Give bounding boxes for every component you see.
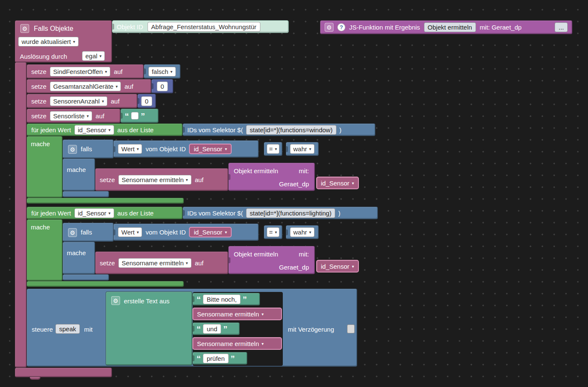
variable-dropdown[interactable]: GesamtanzahlGeräte▾ — [50, 82, 121, 91]
math-number-block[interactable]: 0 — [151, 79, 173, 93]
text-join-label: erstelle Text aus — [124, 297, 170, 305]
dropdown-arrow-icon: ▾ — [137, 147, 139, 151]
selector-row: IDs vom Selektor $( state[id=*](function… — [183, 124, 375, 136]
number-field[interactable]: 0 — [157, 82, 168, 91]
next-connector-bump — [30, 376, 41, 380]
object-id-field[interactable]: Abfrage_Fensterstatus_Wohnungstür — [148, 22, 260, 32]
js-function-edit-button[interactable]: ... — [555, 22, 568, 32]
delay-label: mit Verzögerung — [288, 326, 334, 333]
function-call-block[interactable]: Objekt ermitteln mit: Geraet_dp — [228, 246, 315, 274]
foreach-block-spine[interactable]: mache — [27, 136, 63, 198]
number-field[interactable]: 0 — [141, 96, 152, 106]
trigger-condition-dropdown[interactable]: egal▾ — [82, 51, 105, 61]
get-state-value-block[interactable]: Wert▾ vom Objekt ID id_Sensor▾ — [113, 223, 259, 241]
variable-block[interactable]: Sensorname ermitteln▾ — [192, 337, 282, 350]
mutator-gear-icon[interactable]: ⚙ — [68, 228, 77, 237]
variable-block[interactable]: Sensorname ermitteln▾ — [192, 308, 282, 320]
trigger-block-footer[interactable] — [15, 368, 112, 377]
set-variable-row: setze Sensorname ermitteln▾ auf — [96, 252, 228, 274]
text-field[interactable]: prüfen — [203, 354, 229, 363]
boolean-dropdown[interactable]: wahr▾ — [290, 227, 315, 237]
selector-block[interactable]: IDs vom Selektor $( state[id=*](function… — [183, 207, 378, 219]
text-field[interactable] — [131, 112, 139, 120]
foreach-block-footer[interactable] — [27, 198, 184, 204]
connector-socket — [152, 83, 153, 89]
with-label: mit: — [299, 251, 309, 258]
variable-block[interactable]: id_Sensor▾ — [189, 227, 232, 237]
variable-dropdown[interactable]: Sensorliste▾ — [50, 111, 92, 121]
auf-label: auf — [124, 83, 133, 90]
if-block-spine[interactable]: mache — [63, 158, 95, 191]
math-number-block[interactable]: 0 — [137, 94, 156, 108]
blockly-workspace[interactable]: ⚙ Falls Objekte wurde aktualisiert▾ Ausl… — [0, 0, 588, 387]
text-string-block[interactable]: “ Bitte noch, ” — [192, 293, 260, 305]
text-join-block[interactable]: ⚙ erstelle Text aus — [106, 292, 192, 365]
if-block-header[interactable]: ⚙ falls — [63, 223, 114, 242]
set-variable-block[interactable]: setze Sensorliste▾ auf — [27, 109, 120, 123]
logic-boolean-block[interactable]: falsch▾ — [144, 64, 181, 79]
foreach-block-header[interactable]: für jeden Wert id_Sensor▾ aus der Liste — [27, 123, 183, 136]
trigger-block-spine[interactable] — [15, 62, 27, 368]
if-block-footer[interactable] — [63, 191, 109, 197]
foreach-label: für jeden Wert — [31, 126, 71, 134]
compare-operator-block[interactable]: =▾ — [264, 225, 282, 239]
variable-block[interactable]: id_Sensor▾ — [189, 144, 232, 154]
mit-label: mit — [84, 326, 93, 333]
variable-dropdown[interactable]: Sensorname ermitteln▾ — [118, 258, 191, 268]
compare-operator-block[interactable]: =▾ — [264, 142, 282, 156]
mutator-gear-icon[interactable]: ⚙ — [20, 24, 29, 33]
connector-socket — [112, 24, 114, 30]
attribute-dropdown[interactable]: Wert▾ — [118, 227, 142, 237]
text-field[interactable]: Bitte noch, — [203, 294, 241, 304]
selector-field[interactable]: state[id=*](functions=lighting) — [246, 208, 335, 218]
mutator-gear-icon[interactable]: ⚙ — [68, 145, 77, 154]
close-quote-icon: ” — [141, 112, 145, 120]
set-variable-block[interactable]: setze Sensorname ermitteln▾ auf — [95, 251, 228, 274]
js-function-name-field[interactable]: Objekt ermitteln — [424, 22, 476, 32]
connector-socket — [229, 257, 230, 263]
variable-block[interactable]: id_Sensor▾ — [316, 177, 359, 189]
set-variable-block[interactable]: setze SensorenAnzahl▾ auf — [27, 94, 137, 108]
loop-variable-dropdown[interactable]: id_Sensor▾ — [74, 208, 114, 218]
if-block-spine[interactable]: mache — [63, 242, 95, 274]
help-icon[interactable]: ? — [337, 23, 345, 31]
selector-field[interactable]: state[id=*](functions=window) — [246, 125, 336, 135]
boolean-dropdown[interactable]: wahr▾ — [290, 144, 315, 154]
variable-dropdown[interactable]: SindFensterOffen▾ — [50, 67, 110, 76]
variable-block[interactable]: id_Sensor▾ — [316, 260, 359, 273]
attribute-dropdown[interactable]: Wert▾ — [118, 144, 142, 154]
set-variable-block[interactable]: setze GesamtanzahlGeräte▾ auf — [27, 79, 151, 93]
instance-field[interactable]: speak — [55, 324, 80, 334]
variable-dropdown[interactable]: Sensorname ermitteln▾ — [118, 175, 191, 185]
operator-dropdown[interactable]: =▾ — [267, 227, 280, 237]
mutator-gear-icon[interactable]: ⚙ — [325, 23, 334, 32]
loop-variable-dropdown[interactable]: id_Sensor▾ — [74, 125, 114, 135]
selector-block[interactable]: IDs vom Selektor $( state[id=*](function… — [183, 123, 375, 136]
logic-boolean-block[interactable]: wahr▾ — [286, 142, 319, 156]
if-block-header[interactable]: ⚙ falls — [63, 139, 114, 158]
js-function-block[interactable]: ⚙ ? JS-Funktion mit Ergebnis Objekt ermi… — [320, 20, 572, 34]
operator-dropdown[interactable]: =▾ — [267, 144, 280, 154]
delay-checkbox[interactable] — [347, 324, 355, 333]
if-block-footer[interactable] — [63, 274, 109, 281]
trigger-block[interactable]: ⚙ Falls Objekte wurde aktualisiert▾ Ausl… — [15, 20, 112, 63]
trigger-event-dropdown[interactable]: wurde aktualisiert▾ — [18, 37, 79, 46]
object-id-block[interactable]: Objekt ID Abfrage_Fensterstatus_Wohnungs… — [112, 20, 289, 33]
variable-dropdown[interactable]: SensorenAnzahl▾ — [50, 96, 107, 106]
set-variable-block[interactable]: setze SindFensterOffen▾ auf — [27, 64, 144, 79]
text-field[interactable]: und — [203, 324, 221, 334]
text-string-block[interactable]: “ ” — [120, 109, 159, 123]
function-call-block[interactable]: Objekt ermitteln mit: Geraet_dp — [228, 163, 315, 191]
text-string-block[interactable]: “ und ” — [192, 322, 240, 335]
dropdown-arrow-icon: ▾ — [108, 128, 110, 132]
foreach-block-header[interactable]: für jeden Wert id_Sensor▾ aus der Liste — [27, 207, 183, 219]
get-state-value-block[interactable]: Wert▾ vom Objekt ID id_Sensor▾ — [113, 140, 259, 158]
foreach-block-footer[interactable] — [27, 281, 184, 287]
foreach-block-spine[interactable]: mache — [27, 219, 63, 281]
dropdown-arrow-icon: ▾ — [73, 39, 75, 44]
mutator-gear-icon[interactable]: ⚙ — [111, 296, 120, 305]
text-string-block[interactable]: “ prüfen ” — [192, 352, 247, 365]
logic-boolean-block[interactable]: wahr▾ — [286, 225, 319, 239]
set-variable-block[interactable]: setze Sensorname ermitteln▾ auf — [95, 168, 228, 191]
boolean-dropdown[interactable]: falsch▾ — [148, 67, 176, 76]
